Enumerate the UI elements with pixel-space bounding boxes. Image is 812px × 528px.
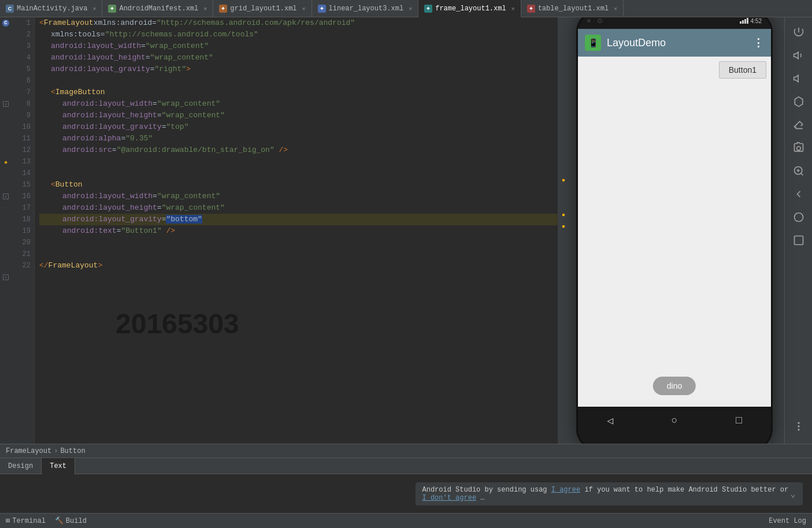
more-button[interactable] bbox=[788, 416, 809, 437]
signal-bar-1 bbox=[740, 21, 741, 24]
status-bar: ⊞ Terminal 🔨 Build Event Log bbox=[0, 513, 812, 528]
bottom-area: FrameLayout › Button Design Text Android… bbox=[0, 444, 812, 513]
event-log-button[interactable]: Event Log bbox=[769, 517, 806, 525]
eraser-button[interactable] bbox=[788, 114, 809, 135]
square-button[interactable] bbox=[788, 230, 809, 251]
tab-close-1[interactable]: ✕ bbox=[203, 5, 207, 12]
code-line-15: <Button bbox=[39, 179, 558, 191]
circle-button[interactable] bbox=[788, 207, 809, 228]
notification-link-agree[interactable]: I agree bbox=[551, 486, 580, 494]
code-line-2: xmlns:tools="http://schemas.android.com/… bbox=[39, 29, 558, 40]
tab-bar: C MainActivity.java ✕ ✦ AndroidManifest.… bbox=[0, 0, 812, 17]
notification-bar: Android Studio by sending usag I agree i… bbox=[416, 482, 803, 505]
code-line-1: <FrameLayout xmlns:android="http://schem… bbox=[39, 17, 558, 29]
svg-line-5 bbox=[800, 173, 803, 176]
back-nav-icon[interactable]: ◁ bbox=[607, 414, 613, 427]
code-content[interactable]: <FrameLayout xmlns:android="http://schem… bbox=[35, 17, 558, 444]
zoom-button[interactable] bbox=[788, 161, 809, 181]
svg-marker-0 bbox=[794, 52, 798, 59]
tab-frame-layout[interactable]: ✦ frame_layout1.xml ✕ bbox=[418, 0, 521, 17]
tab-androidmanifest[interactable]: ✦ AndroidManifest.xml ✕ bbox=[102, 0, 213, 17]
phone-top-bar: 4:52 bbox=[578, 17, 771, 29]
power-button[interactable] bbox=[788, 22, 809, 43]
code-line-22: </FrameLayout> bbox=[39, 260, 558, 272]
signal-bar-3 bbox=[744, 19, 746, 24]
code-line-21 bbox=[39, 248, 558, 260]
code-line-3: android:layout_width="wrap_content" bbox=[39, 40, 558, 52]
code-line-13 bbox=[39, 156, 558, 168]
tab-close-4[interactable]: ✕ bbox=[511, 5, 515, 12]
notification-link-disagree[interactable]: I don't agree bbox=[422, 494, 477, 502]
code-line-4: android:layout_height="wrap_content" bbox=[39, 52, 558, 64]
code-line-6 bbox=[39, 75, 558, 87]
tab-linear-layout[interactable]: ✦ linear_layout3.xml ✕ bbox=[312, 0, 419, 17]
breadcrumb-button[interactable]: Button bbox=[60, 447, 85, 455]
tab-design[interactable]: Design bbox=[0, 458, 42, 474]
svg-point-10 bbox=[798, 422, 799, 423]
breadcrumb-bar: FrameLayout › Button bbox=[0, 444, 812, 458]
app-title: LayoutDemo bbox=[607, 37, 753, 49]
back-arrow-button[interactable] bbox=[788, 184, 809, 204]
code-line-8: android:layout_width="wrap_content" bbox=[39, 98, 558, 110]
phone-camera-area bbox=[587, 18, 602, 23]
volume-up-button[interactable] bbox=[788, 45, 809, 66]
code-line-10: android:layout_gravity="top" bbox=[39, 121, 558, 133]
notification-expand-icon[interactable]: ⌄ bbox=[790, 488, 796, 500]
phone-bottom-rounded bbox=[578, 434, 771, 444]
phone-mockup: 4:52 📱 LayoutDemo ⋮ Button1 dino ◁ ○ bbox=[576, 17, 773, 444]
button1[interactable]: Button1 bbox=[719, 61, 766, 79]
phone-status: 4:52 bbox=[740, 18, 762, 24]
volume-down-button[interactable] bbox=[788, 68, 809, 89]
gutter-fold-22[interactable]: ▾ bbox=[3, 274, 9, 280]
line-numbers: 12345 678910 1112131415 1617181920 2122 bbox=[12, 17, 35, 444]
tab-icon-java: C bbox=[6, 5, 14, 13]
code-editor[interactable]: C ▾ ★ ▾ bbox=[0, 17, 565, 444]
build-button[interactable]: 🔨 Build bbox=[55, 516, 87, 525]
main-content: C ▾ ★ ▾ bbox=[0, 17, 812, 444]
code-line-16: android:layout_width="wrap_content" bbox=[39, 191, 558, 202]
home-nav-icon[interactable]: ○ bbox=[672, 415, 678, 426]
tab-text[interactable]: Text bbox=[42, 458, 75, 474]
gutter-c-marker: C bbox=[2, 20, 9, 27]
code-line-12: android:src="@android:drawable/btn_star_… bbox=[39, 144, 558, 156]
phone-screen: 📱 LayoutDemo ⋮ Button1 dino bbox=[578, 29, 771, 407]
signal-bar-4 bbox=[747, 18, 748, 24]
bottom-left bbox=[0, 489, 406, 499]
tab-icon-linear: ✦ bbox=[318, 5, 326, 13]
tab-close-0[interactable]: ✕ bbox=[92, 5, 96, 12]
screen-content: Button1 dino bbox=[578, 57, 771, 407]
svg-rect-9 bbox=[794, 236, 803, 245]
tab-mainactivity[interactable]: C MainActivity.java ✕ bbox=[0, 0, 102, 17]
svg-marker-2 bbox=[795, 97, 802, 107]
tab-close-3[interactable]: ✕ bbox=[409, 5, 412, 12]
code-line-17: android:layout_height="wrap_content" bbox=[39, 202, 558, 214]
gutter-fold-15[interactable]: ▾ bbox=[3, 194, 9, 199]
bottom-content: Android Studio by sending usag I agree i… bbox=[0, 474, 812, 513]
breadcrumb-separator: › bbox=[54, 447, 58, 455]
code-line-7: <ImageButton bbox=[39, 87, 558, 98]
dino-button[interactable]: dino bbox=[653, 377, 696, 395]
right-gutter bbox=[558, 17, 565, 444]
svg-marker-1 bbox=[794, 75, 798, 82]
code-line-20 bbox=[39, 237, 558, 248]
gutter-fold-7[interactable]: ▾ bbox=[3, 101, 9, 107]
tag-button[interactable] bbox=[788, 91, 809, 112]
recent-nav-icon[interactable]: □ bbox=[736, 415, 742, 426]
terminal-icon: ⊞ bbox=[6, 516, 10, 525]
breadcrumb-framelayout[interactable]: FrameLayout bbox=[6, 447, 51, 455]
tab-table-layout[interactable]: ✦ table_layout1.xml ✕ bbox=[521, 0, 624, 17]
svg-point-8 bbox=[794, 213, 803, 222]
app-toolbar: 📱 LayoutDemo ⋮ bbox=[578, 29, 771, 57]
phone-nav-bar: ◁ ○ □ bbox=[578, 407, 771, 434]
build-icon: 🔨 bbox=[55, 516, 64, 525]
signal-bars bbox=[740, 18, 748, 24]
tab-close-5[interactable]: ✕ bbox=[614, 5, 617, 12]
code-line-18: android:layout_gravity="bottom" bbox=[39, 214, 558, 225]
overflow-menu-icon[interactable]: ⋮ bbox=[753, 36, 764, 49]
tab-close-2[interactable]: ✕ bbox=[302, 5, 306, 12]
terminal-button[interactable]: ⊞ Terminal bbox=[6, 516, 46, 525]
tab-grid-layout[interactable]: ✦ grid_layout1.xml ✕ bbox=[213, 0, 312, 17]
tab-icon-manifest: ✦ bbox=[108, 5, 116, 13]
camera-button[interactable] bbox=[788, 137, 809, 158]
tab-icon-grid: ✦ bbox=[219, 5, 227, 13]
